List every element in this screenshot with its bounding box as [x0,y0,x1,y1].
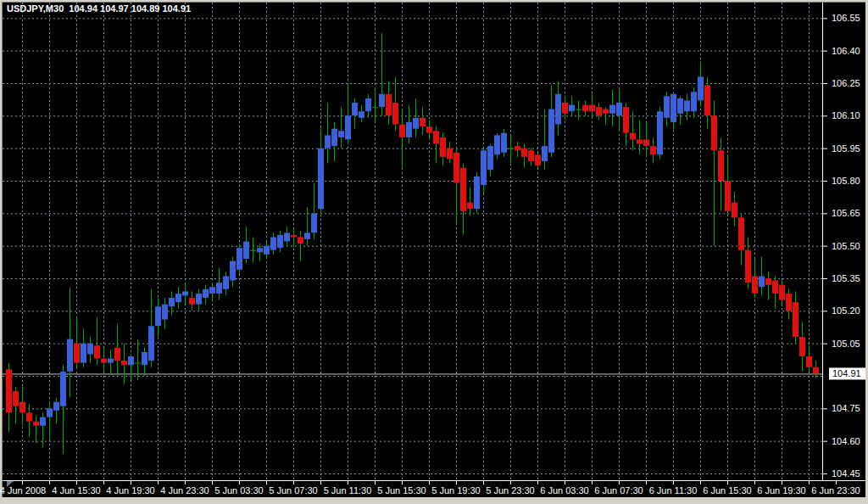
candlestick-chart[interactable]: 106.55106.40106.25106.10105.95105.80105.… [0,0,868,504]
price-label: 106.40 [832,46,860,56]
bull-candle-body [345,115,351,139]
bear-candle-body [718,150,724,181]
bear-candle-body [392,103,398,125]
bear-candle-body [623,107,629,133]
bear-candle-body [291,235,297,238]
bear-candle-body [745,250,751,283]
bull-candle-body [318,148,324,210]
bear-candle-body [596,107,602,115]
bull-candle-body [87,344,93,355]
bear-candle-body [19,402,25,413]
bear-candle-body [94,345,100,358]
time-label: 5 Jun 03:30 [214,485,264,496]
time-label: 5 Jun 15:30 [377,485,426,496]
bear-candle-body [738,217,744,249]
bull-candle-body [759,276,765,287]
time-label: 5 Jun 23:30 [486,485,535,496]
bull-candle-body [365,98,371,111]
time-label: 6 Jun 19:30 [757,485,806,496]
bull-candle-body [325,135,331,148]
bull-candle-body [155,306,161,326]
bull-candle-body [501,133,507,153]
bear-candle-body [786,294,792,311]
bear-candle-body [637,139,643,143]
bear-candle-body [13,391,19,406]
time-label: 6 Jun 15:30 [703,485,752,496]
bull-candle-body [657,111,663,154]
bear-candle-body [467,203,473,210]
price-label: 104.45 [832,468,860,479]
bull-candle-body [203,289,209,298]
bull-candle-body [494,135,500,154]
bull-candle-body [108,359,114,363]
bear-candle-body [101,359,107,363]
bear-candle-body [582,105,588,112]
bear-candle-body [799,337,805,356]
bear-candle-body [732,203,737,218]
bear-candle-body [433,131,439,143]
bull-candle-body [616,103,622,115]
bull-candle-body [53,402,59,411]
bull-candle-body [338,131,344,137]
bear-candle-body [26,412,32,421]
bear-candle-body [562,103,568,114]
bull-candle-body [230,261,236,281]
bear-candle-body [420,118,426,126]
bear-candle-body [589,105,595,112]
bull-candle-body [60,372,66,406]
bull-candle-body [81,344,86,363]
bull-candle-body [379,94,385,107]
bull-candle-body [40,417,46,426]
bear-candle-body [806,356,812,367]
bull-candle-body [142,352,147,365]
time-label: 5 Jun 07:30 [269,485,318,496]
price-label: 105.50 [832,241,860,251]
bear-candle-body [74,344,80,363]
bull-candle-body [677,98,683,114]
bull-candle-body [257,248,263,252]
bear-candle-body [460,168,466,211]
price-label: 104.75 [832,403,860,413]
bull-candle-body [209,287,215,294]
bull-candle-body [359,111,364,118]
price-label: 105.65 [832,208,860,218]
price-label: 105.95 [832,143,860,154]
bear-candle-body [33,422,39,426]
bear-candle-body [515,146,520,150]
time-label: 5 Jun 11:30 [324,485,372,496]
bear-candle-body [793,302,798,337]
bull-candle-body [311,213,317,232]
price-label: 105.80 [832,176,860,186]
time-label: 4 Jun 23:30 [160,485,209,496]
bear-candle-body [121,361,127,365]
bull-candle-body [352,103,358,115]
candle [474,172,480,214]
candle [535,153,541,168]
bull-candle-body [609,105,615,114]
candle [657,107,663,159]
time-label: 6 Jun 03:30 [540,485,589,496]
bull-candle-body [691,92,697,111]
bear-candle-body [440,137,446,157]
bull-candle-body [474,176,480,209]
bull-candle-body [304,232,310,239]
bear-candle-body [528,150,534,161]
bull-candle-body [243,242,249,259]
bull-candle-body [223,276,229,288]
time-label: 5 Jun 19:30 [431,485,481,496]
bear-candle-body [6,369,12,412]
bull-candle-body [67,339,73,372]
bull-candle-body [684,100,690,111]
bear-candle-body [453,153,459,183]
bull-candle-body [175,294,181,302]
bear-candle-body [399,125,405,137]
bear-candle-body [704,86,710,116]
bull-candle-body [169,298,175,306]
bear-candle-body [711,115,717,150]
bull-candle-body [277,235,283,248]
bull-candle-body [413,118,419,129]
bull-candle-body [481,150,487,185]
bear-candle-body [630,133,636,140]
bull-candle-body [162,305,168,320]
bull-candle-body [270,237,276,249]
